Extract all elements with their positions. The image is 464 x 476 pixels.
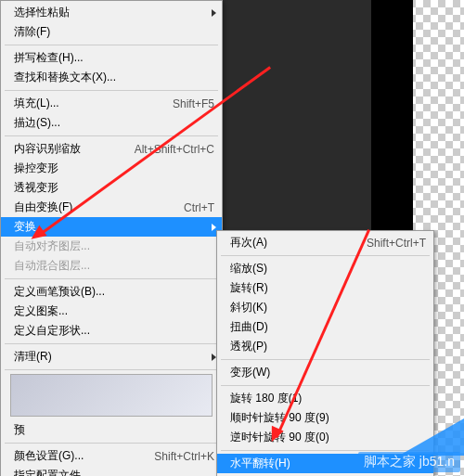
separator: [5, 90, 218, 91]
shortcut: Shift+Ctrl+T: [367, 237, 426, 250]
menu-label: 变形(W): [230, 365, 426, 380]
menu-label: 选择性粘贴: [14, 5, 214, 20]
menu-item-define-pattern[interactable]: 定义图案...: [1, 302, 222, 321]
menu-label: 再次(A): [230, 235, 352, 251]
shortcut: Ctrl+T: [184, 201, 214, 214]
canvas-dark-region: [371, 0, 413, 241]
separator: [5, 343, 218, 344]
separator: [5, 369, 218, 370]
menu-item-color-settings[interactable]: 颜色设置(G)... Shift+Ctrl+K: [1, 446, 222, 466]
menu-label: 顺时针旋转 90 度(9): [230, 410, 426, 426]
menu-label: 指定配置文件...: [14, 468, 214, 476]
menu-item-define-shape[interactable]: 定义自定形状...: [1, 321, 222, 341]
menu-label: 透视变形: [14, 180, 214, 196]
submenu-item-perspective[interactable]: 透视(P): [217, 337, 433, 356]
submenu-item-warp[interactable]: 变形(W): [217, 363, 433, 382]
menu-label: 查找和替换文本(X)...: [14, 70, 214, 85]
menu-item-purge-submenu[interactable]: 清理(R): [1, 347, 222, 367]
menu-label: 拼写检查(H)...: [14, 50, 214, 66]
menu-item-define-brush[interactable]: 定义画笔预设(B)...: [1, 282, 222, 302]
menu-label: 定义画笔预设(B)...: [14, 284, 214, 300]
submenu-item-rotate[interactable]: 旋转(R): [217, 278, 433, 298]
menu-item-free-transform[interactable]: 自由变换(F) Ctrl+T: [1, 198, 222, 217]
menu-label: 定义自定形状...: [14, 323, 214, 339]
separator: [5, 45, 218, 45]
separator: [5, 278, 218, 279]
menu-label: 内容识别缩放: [14, 141, 120, 157]
menu-label: 逆时针旋转 90 度(0): [230, 430, 426, 445]
menu-label: 自动混合图层...: [14, 258, 214, 274]
shortcut: Shift+Ctrl+K: [154, 450, 214, 463]
submenu-item-skew[interactable]: 斜切(K): [217, 298, 433, 317]
separator: [221, 255, 430, 256]
menu-label: 填充(L)...: [14, 96, 158, 111]
menu-label: 清理(R): [14, 349, 214, 365]
submenu-item-scale[interactable]: 缩放(S): [217, 259, 433, 278]
menu-label: 缩放(S): [230, 261, 426, 277]
shortcut: Shift+F5: [173, 97, 214, 110]
menu-label: 自动对齐图层...: [14, 238, 214, 254]
menu-label: 旋转(R): [230, 280, 426, 296]
menu-label: 预: [14, 422, 214, 438]
submenu-item-rotate-180[interactable]: 旋转 180 度(1): [217, 389, 433, 408]
menu-label: 旋转 180 度(1): [230, 391, 426, 406]
menu-label: 定义图案...: [14, 303, 214, 319]
menu-item-find-replace[interactable]: 查找和替换文本(X)...: [1, 68, 222, 87]
separator: [5, 135, 218, 136]
menu-item-spell-check[interactable]: 拼写检查(H)...: [1, 48, 222, 68]
watermark-text: 脚本之家 jb51.n: [358, 452, 460, 472]
menu-item-auto-blend: 自动混合图层...: [1, 256, 222, 276]
menu-item-content-aware[interactable]: 内容识别缩放 Alt+Shift+Ctrl+C: [1, 139, 222, 159]
menu-item-puppet-warp[interactable]: 操控变形: [1, 159, 222, 178]
separator: [221, 359, 430, 360]
menu-item-fill[interactable]: 填充(L)... Shift+F5: [1, 94, 222, 113]
menu-label: 清除(F): [14, 24, 214, 40]
menu-item-assign-profile[interactable]: 指定配置文件...: [1, 466, 222, 476]
menu-label: 透视(P): [230, 339, 426, 354]
menu-label: 颜色设置(G)...: [14, 448, 139, 464]
menu-label: 操控变形: [14, 161, 214, 176]
submenu-item-again[interactable]: 再次(A) Shift+Ctrl+T: [217, 233, 433, 252]
shortcut: Alt+Shift+Ctrl+C: [135, 143, 214, 156]
watermark-triangle: [399, 418, 464, 456]
separator: [221, 385, 430, 386]
menu-item-purge[interactable]: 清除(F): [1, 22, 222, 42]
menu-item-stroke[interactable]: 描边(S)...: [1, 113, 222, 133]
menu-label: 自由变换(F): [14, 199, 169, 215]
submenu-arrow-icon: [212, 9, 216, 17]
menu-item-preset-manager[interactable]: 预: [1, 420, 222, 440]
preset-preview: [10, 374, 213, 417]
menu-label: 斜切(K): [230, 300, 426, 315]
separator: [5, 443, 218, 444]
menu-item-paste-special[interactable]: 选择性粘贴: [1, 3, 222, 22]
